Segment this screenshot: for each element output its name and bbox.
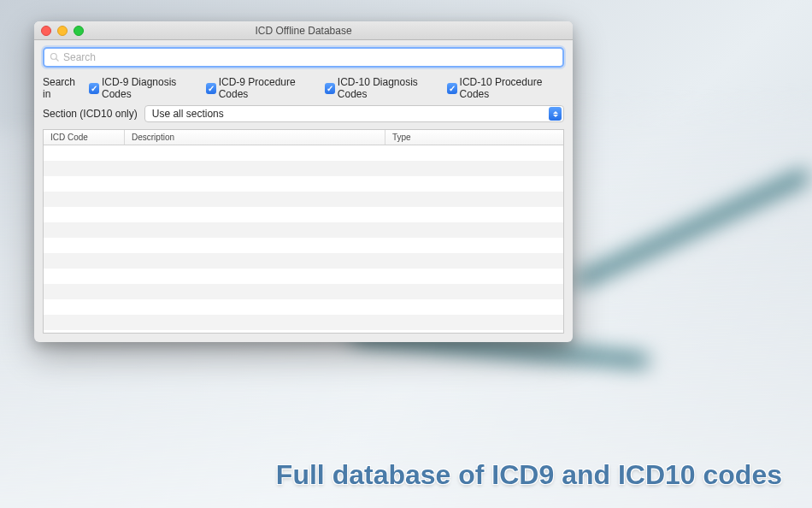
checkmark-icon: ✓: [89, 83, 99, 94]
checkbox-icd9-diagnosis[interactable]: ✓ ICD-9 Diagnosis Codes: [89, 76, 199, 100]
table-row: [44, 330, 563, 333]
filter-row: Search in ✓ ICD-9 Diagnosis Codes ✓ ICD-…: [34, 71, 573, 102]
table-row: [44, 161, 563, 176]
section-selected-value: Use all sections: [152, 108, 224, 120]
table-row: [44, 207, 563, 222]
close-button[interactable]: [41, 26, 51, 36]
table-row: [44, 238, 563, 253]
table-row: [44, 145, 563, 161]
table-row: [44, 192, 563, 207]
checkbox-label: ICD-10 Procedure Codes: [460, 76, 564, 100]
table-row: [44, 269, 563, 284]
table-row: [44, 299, 563, 315]
checkbox-icd9-procedure[interactable]: ✓ ICD-9 Procedure Codes: [206, 76, 318, 100]
search-toolbar: [34, 40, 573, 71]
search-icon: [50, 52, 60, 62]
table-header: ICD Code Description Type: [44, 130, 563, 145]
search-in-label: Search in: [43, 76, 82, 100]
table-row: [44, 176, 563, 192]
section-row: Section (ICD10 only) Use all sections: [34, 102, 573, 129]
checkmark-icon: ✓: [325, 83, 335, 94]
checkmark-icon: ✓: [447, 83, 457, 94]
minimize-button[interactable]: [57, 26, 68, 36]
table-row: [44, 284, 563, 299]
section-label: Section (ICD10 only): [43, 108, 138, 120]
checkbox-label: ICD-10 Diagnosis Codes: [338, 76, 440, 100]
promo-caption: Full database of ICD9 and ICD10 codes: [276, 459, 782, 491]
section-dropdown[interactable]: Use all sections: [144, 105, 564, 122]
svg-point-0: [51, 54, 57, 60]
table-body[interactable]: [44, 145, 563, 333]
column-header-code[interactable]: ICD Code: [44, 130, 125, 145]
checkbox-icd10-diagnosis[interactable]: ✓ ICD-10 Diagnosis Codes: [325, 76, 440, 100]
svg-line-1: [56, 59, 59, 62]
table-row: [44, 315, 563, 330]
search-input[interactable]: [63, 51, 557, 63]
checkmark-icon: ✓: [206, 83, 216, 94]
dropdown-arrows-icon: [549, 107, 562, 121]
column-header-type[interactable]: Type: [385, 130, 563, 145]
results-table: ICD Code Description Type: [43, 129, 564, 334]
search-field-wrapper[interactable]: [43, 47, 564, 68]
app-window: ICD Offline Database Search in ✓ ICD-9 D…: [34, 21, 573, 342]
checkbox-label: ICD-9 Diagnosis Codes: [102, 76, 199, 100]
table-row: [44, 222, 563, 238]
window-title: ICD Offline Database: [255, 25, 351, 37]
checkbox-label: ICD-9 Procedure Codes: [219, 76, 318, 100]
column-header-description[interactable]: Description: [125, 130, 385, 145]
maximize-button[interactable]: [74, 26, 84, 36]
checkbox-icd10-procedure[interactable]: ✓ ICD-10 Procedure Codes: [447, 76, 564, 100]
table-row: [44, 253, 563, 269]
titlebar[interactable]: ICD Offline Database: [34, 21, 573, 40]
